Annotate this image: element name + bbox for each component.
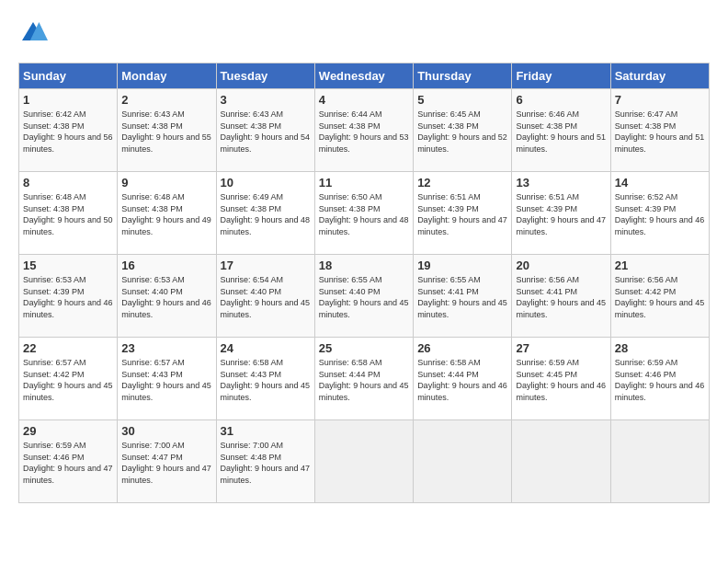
weekday-header: Tuesday xyxy=(216,63,314,89)
calendar-week-row: 1 Sunrise: 6:42 AM Sunset: 4:38 PM Dayli… xyxy=(19,89,710,172)
calendar-day-cell: 3 Sunrise: 6:43 AM Sunset: 4:38 PM Dayli… xyxy=(216,89,314,172)
day-info: Sunrise: 6:58 AM Sunset: 4:43 PM Dayligh… xyxy=(221,357,311,403)
logo-icon xyxy=(18,18,48,48)
day-info: Sunrise: 6:52 AM Sunset: 4:39 PM Dayligh… xyxy=(615,191,705,237)
day-info: Sunrise: 6:50 AM Sunset: 4:38 PM Dayligh… xyxy=(319,191,409,237)
day-info: Sunrise: 6:47 AM Sunset: 4:38 PM Dayligh… xyxy=(615,109,705,155)
weekday-header: Saturday xyxy=(610,63,709,89)
day-info: Sunrise: 6:51 AM Sunset: 4:39 PM Dayligh… xyxy=(417,191,507,237)
day-number: 15 xyxy=(23,259,113,272)
day-number: 14 xyxy=(615,176,705,190)
day-info: Sunrise: 6:49 AM Sunset: 4:38 PM Dayligh… xyxy=(221,191,311,237)
day-info: Sunrise: 6:59 AM Sunset: 4:46 PM Dayligh… xyxy=(615,357,705,403)
day-number: 23 xyxy=(121,341,211,355)
day-number: 11 xyxy=(319,176,409,190)
calendar-week-row: 22 Sunrise: 6:57 AM Sunset: 4:42 PM Dayl… xyxy=(19,338,710,420)
logo xyxy=(18,18,51,48)
calendar-day-cell: 23 Sunrise: 6:57 AM Sunset: 4:43 PM Dayl… xyxy=(118,338,216,420)
day-number: 3 xyxy=(221,93,311,107)
calendar-week-row: 8 Sunrise: 6:48 AM Sunset: 4:38 PM Dayli… xyxy=(19,172,710,255)
day-number: 29 xyxy=(23,424,113,438)
calendar-day-cell xyxy=(314,420,413,503)
day-number: 6 xyxy=(516,93,606,107)
calendar-day-cell: 1 Sunrise: 6:42 AM Sunset: 4:38 PM Dayli… xyxy=(19,89,118,172)
calendar-day-cell: 14 Sunrise: 6:52 AM Sunset: 4:39 PM Dayl… xyxy=(610,172,709,255)
day-info: Sunrise: 6:58 AM Sunset: 4:44 PM Dayligh… xyxy=(417,357,507,403)
calendar-day-cell: 8 Sunrise: 6:48 AM Sunset: 4:38 PM Dayli… xyxy=(19,172,118,255)
calendar-table: SundayMondayTuesdayWednesdayThursdayFrid… xyxy=(18,63,710,503)
calendar-day-cell xyxy=(512,420,610,503)
day-number: 9 xyxy=(121,176,211,190)
page-header xyxy=(18,18,710,48)
calendar-header-row: SundayMondayTuesdayWednesdayThursdayFrid… xyxy=(19,63,710,89)
day-info: Sunrise: 6:56 AM Sunset: 4:41 PM Dayligh… xyxy=(516,274,606,320)
day-number: 22 xyxy=(23,341,113,355)
day-info: Sunrise: 6:51 AM Sunset: 4:39 PM Dayligh… xyxy=(516,191,606,237)
day-number: 25 xyxy=(319,341,409,355)
day-number: 19 xyxy=(417,259,507,272)
calendar-day-cell: 28 Sunrise: 6:59 AM Sunset: 4:46 PM Dayl… xyxy=(610,338,709,420)
calendar-day-cell: 29 Sunrise: 6:59 AM Sunset: 4:46 PM Dayl… xyxy=(19,420,118,503)
day-info: Sunrise: 6:43 AM Sunset: 4:38 PM Dayligh… xyxy=(221,109,311,155)
calendar-day-cell: 18 Sunrise: 6:55 AM Sunset: 4:40 PM Dayl… xyxy=(314,255,413,338)
day-number: 24 xyxy=(221,341,311,355)
day-info: Sunrise: 6:59 AM Sunset: 4:45 PM Dayligh… xyxy=(516,357,606,403)
weekday-header: Monday xyxy=(118,63,216,89)
day-info: Sunrise: 7:00 AM Sunset: 4:47 PM Dayligh… xyxy=(121,440,211,486)
calendar-day-cell: 10 Sunrise: 6:49 AM Sunset: 4:38 PM Dayl… xyxy=(216,172,314,255)
day-info: Sunrise: 6:53 AM Sunset: 4:40 PM Dayligh… xyxy=(121,274,211,320)
weekday-header: Friday xyxy=(512,63,610,89)
day-number: 4 xyxy=(319,93,409,107)
day-number: 31 xyxy=(221,424,311,438)
day-number: 30 xyxy=(121,424,211,438)
day-info: Sunrise: 6:42 AM Sunset: 4:38 PM Dayligh… xyxy=(23,109,113,155)
day-number: 7 xyxy=(615,93,705,107)
day-info: Sunrise: 6:57 AM Sunset: 4:42 PM Dayligh… xyxy=(23,357,113,403)
day-number: 21 xyxy=(615,259,705,272)
calendar-day-cell: 30 Sunrise: 7:00 AM Sunset: 4:47 PM Dayl… xyxy=(118,420,216,503)
day-info: Sunrise: 6:46 AM Sunset: 4:38 PM Dayligh… xyxy=(516,109,606,155)
day-info: Sunrise: 6:57 AM Sunset: 4:43 PM Dayligh… xyxy=(121,357,211,403)
day-number: 1 xyxy=(23,93,113,107)
calendar-day-cell: 21 Sunrise: 6:56 AM Sunset: 4:42 PM Dayl… xyxy=(610,255,709,338)
calendar-day-cell: 27 Sunrise: 6:59 AM Sunset: 4:45 PM Dayl… xyxy=(512,338,610,420)
calendar-day-cell: 24 Sunrise: 6:58 AM Sunset: 4:43 PM Dayl… xyxy=(216,338,314,420)
calendar-day-cell: 4 Sunrise: 6:44 AM Sunset: 4:38 PM Dayli… xyxy=(314,89,413,172)
calendar-day-cell xyxy=(414,420,512,503)
calendar-day-cell: 13 Sunrise: 6:51 AM Sunset: 4:39 PM Dayl… xyxy=(512,172,610,255)
calendar-day-cell: 22 Sunrise: 6:57 AM Sunset: 4:42 PM Dayl… xyxy=(19,338,118,420)
day-number: 26 xyxy=(417,341,507,355)
day-info: Sunrise: 6:48 AM Sunset: 4:38 PM Dayligh… xyxy=(23,191,113,237)
day-info: Sunrise: 6:58 AM Sunset: 4:44 PM Dayligh… xyxy=(319,357,409,403)
day-number: 17 xyxy=(221,259,311,272)
day-info: Sunrise: 6:55 AM Sunset: 4:41 PM Dayligh… xyxy=(417,274,507,320)
calendar-body: 1 Sunrise: 6:42 AM Sunset: 4:38 PM Dayli… xyxy=(19,89,710,503)
day-info: Sunrise: 7:00 AM Sunset: 4:48 PM Dayligh… xyxy=(221,440,311,486)
day-info: Sunrise: 6:48 AM Sunset: 4:38 PM Dayligh… xyxy=(121,191,211,237)
day-info: Sunrise: 6:53 AM Sunset: 4:39 PM Dayligh… xyxy=(23,274,113,320)
weekday-header: Sunday xyxy=(19,63,118,89)
calendar-day-cell: 16 Sunrise: 6:53 AM Sunset: 4:40 PM Dayl… xyxy=(118,255,216,338)
calendar-week-row: 15 Sunrise: 6:53 AM Sunset: 4:39 PM Dayl… xyxy=(19,255,710,338)
calendar-day-cell xyxy=(610,420,709,503)
day-number: 12 xyxy=(417,176,507,190)
calendar-day-cell: 26 Sunrise: 6:58 AM Sunset: 4:44 PM Dayl… xyxy=(414,338,512,420)
calendar-day-cell: 15 Sunrise: 6:53 AM Sunset: 4:39 PM Dayl… xyxy=(19,255,118,338)
calendar-week-row: 29 Sunrise: 6:59 AM Sunset: 4:46 PM Dayl… xyxy=(19,420,710,503)
day-number: 10 xyxy=(221,176,311,190)
calendar-day-cell: 19 Sunrise: 6:55 AM Sunset: 4:41 PM Dayl… xyxy=(414,255,512,338)
calendar-day-cell: 9 Sunrise: 6:48 AM Sunset: 4:38 PM Dayli… xyxy=(118,172,216,255)
weekday-header: Wednesday xyxy=(314,63,413,89)
calendar-day-cell: 17 Sunrise: 6:54 AM Sunset: 4:40 PM Dayl… xyxy=(216,255,314,338)
weekday-header: Thursday xyxy=(414,63,512,89)
day-info: Sunrise: 6:54 AM Sunset: 4:40 PM Dayligh… xyxy=(221,274,311,320)
day-number: 5 xyxy=(417,93,507,107)
calendar-day-cell: 31 Sunrise: 7:00 AM Sunset: 4:48 PM Dayl… xyxy=(216,420,314,503)
calendar-day-cell: 2 Sunrise: 6:43 AM Sunset: 4:38 PM Dayli… xyxy=(118,89,216,172)
day-number: 27 xyxy=(516,341,606,355)
day-number: 18 xyxy=(319,259,409,272)
day-number: 8 xyxy=(23,176,113,190)
day-info: Sunrise: 6:43 AM Sunset: 4:38 PM Dayligh… xyxy=(121,109,211,155)
day-number: 13 xyxy=(516,176,606,190)
calendar-day-cell: 11 Sunrise: 6:50 AM Sunset: 4:38 PM Dayl… xyxy=(314,172,413,255)
